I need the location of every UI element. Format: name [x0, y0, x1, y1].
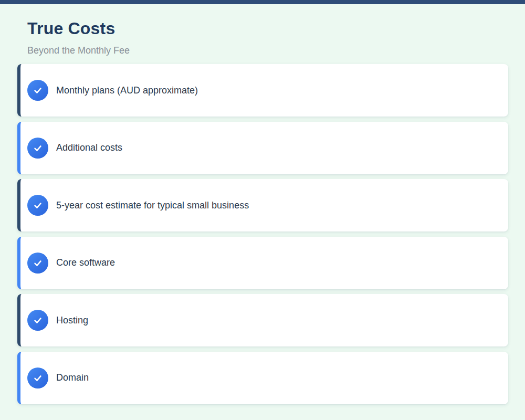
checklist: Monthly plans (AUD approximate) Addition… [17, 64, 508, 404]
checklist-card[interactable]: Domain [17, 352, 508, 404]
check-icon[interactable] [27, 310, 48, 331]
check-icon[interactable] [27, 195, 48, 216]
check-icon[interactable] [27, 138, 48, 159]
checklist-card[interactable]: Hosting [17, 294, 508, 346]
checklist-card-label: Monthly plans (AUD approximate) [56, 85, 198, 96]
checklist-card-label: Additional costs [56, 142, 122, 153]
checklist-card-label: Hosting [56, 315, 88, 326]
checklist-card-label: Core software [56, 257, 115, 268]
checklist-card[interactable]: Additional costs [17, 122, 508, 174]
page-subtitle: Beyond the Monthly Fee [27, 45, 525, 56]
checklist-card[interactable]: Core software [17, 237, 508, 289]
checklist-card[interactable]: Monthly plans (AUD approximate) [17, 64, 508, 117]
page-header: True Costs Beyond the Monthly Fee [0, 4, 525, 56]
checklist-card-label: Domain [56, 372, 89, 383]
checklist-card-label: 5-year cost estimate for typical small b… [56, 200, 249, 211]
page-title: True Costs [27, 19, 525, 38]
check-icon[interactable] [27, 253, 48, 274]
check-icon[interactable] [27, 80, 48, 101]
check-icon[interactable] [27, 368, 48, 388]
checklist-card[interactable]: 5-year cost estimate for typical small b… [17, 179, 508, 232]
top-accent-bar [0, 0, 525, 4]
